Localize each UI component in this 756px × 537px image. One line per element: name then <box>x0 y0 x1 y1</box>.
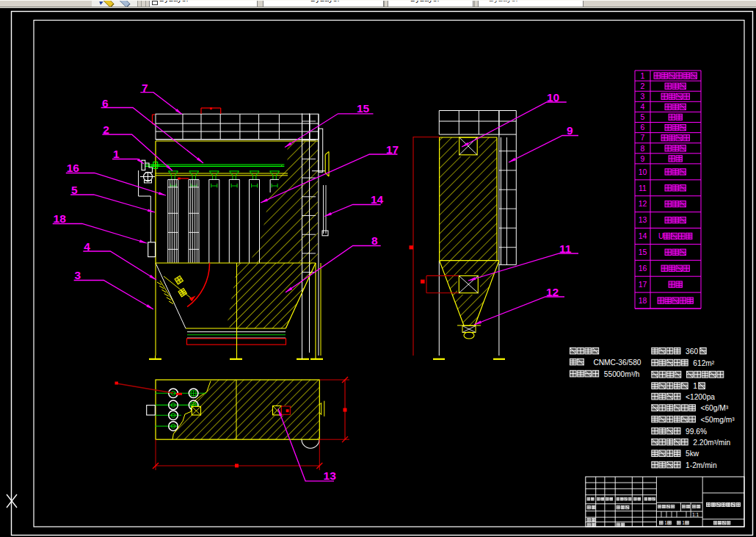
svg-text:13: 13 <box>324 469 337 482</box>
svg-text:7: 7 <box>641 133 645 142</box>
svg-text:5: 5 <box>71 184 78 196</box>
svg-text:2: 2 <box>103 123 109 136</box>
svg-text:10: 10 <box>639 167 647 176</box>
svg-text:3: 3 <box>75 269 81 281</box>
svg-text:16: 16 <box>67 162 80 174</box>
svg-text:U: U <box>658 232 664 240</box>
svg-text:9: 9 <box>567 124 573 137</box>
svg-text:1: 1 <box>682 520 685 525</box>
svg-text:3: 3 <box>641 92 645 101</box>
svg-text:1: 1 <box>641 71 645 80</box>
svg-text:7: 7 <box>142 82 148 94</box>
svg-text:1-2m/min: 1-2m/min <box>686 461 716 469</box>
svg-text:17: 17 <box>386 143 399 156</box>
svg-text:612m²: 612m² <box>693 359 714 367</box>
svg-text:10: 10 <box>547 91 559 104</box>
svg-text:11: 11 <box>639 184 647 192</box>
svg-text:4: 4 <box>641 102 645 111</box>
svg-text:8: 8 <box>371 234 378 247</box>
svg-text:13: 13 <box>639 215 647 224</box>
svg-text:16: 16 <box>639 264 647 273</box>
svg-text:2.20m³/min: 2.20m³/min <box>693 439 730 447</box>
svg-text:55000m³/h: 55000m³/h <box>604 370 640 378</box>
svg-text:<1200pa: <1200pa <box>686 393 715 401</box>
svg-text:5: 5 <box>641 112 645 121</box>
svg-text:<50mg/m³: <50mg/m³ <box>701 416 735 424</box>
svg-text:12: 12 <box>546 286 559 298</box>
svg-text:1: 1 <box>693 382 697 390</box>
svg-text:<60g/M³: <60g/M³ <box>701 404 729 412</box>
svg-text:12: 12 <box>639 199 647 208</box>
svg-text:2: 2 <box>641 82 645 90</box>
svg-text:1: 1 <box>664 520 667 525</box>
svg-text:1:1: 1:1 <box>692 512 699 517</box>
svg-text:14: 14 <box>639 231 647 240</box>
svg-text:14: 14 <box>371 193 384 206</box>
svg-text:4: 4 <box>84 240 90 253</box>
svg-text:5kw: 5kw <box>686 450 699 458</box>
svg-text:18: 18 <box>54 212 67 225</box>
svg-text:9: 9 <box>641 154 645 163</box>
svg-text:360: 360 <box>686 347 698 356</box>
svg-text:6: 6 <box>641 123 645 131</box>
svg-text:CNMC-36/580: CNMC-36/580 <box>593 358 641 367</box>
svg-text:15: 15 <box>357 102 370 115</box>
svg-text:11: 11 <box>559 242 572 255</box>
svg-text:1: 1 <box>113 148 120 160</box>
svg-text:99.6%: 99.6% <box>686 428 707 436</box>
svg-text:15: 15 <box>639 248 647 256</box>
svg-text:18: 18 <box>639 296 647 305</box>
svg-text:8: 8 <box>641 144 645 153</box>
svg-text:17: 17 <box>639 280 647 289</box>
